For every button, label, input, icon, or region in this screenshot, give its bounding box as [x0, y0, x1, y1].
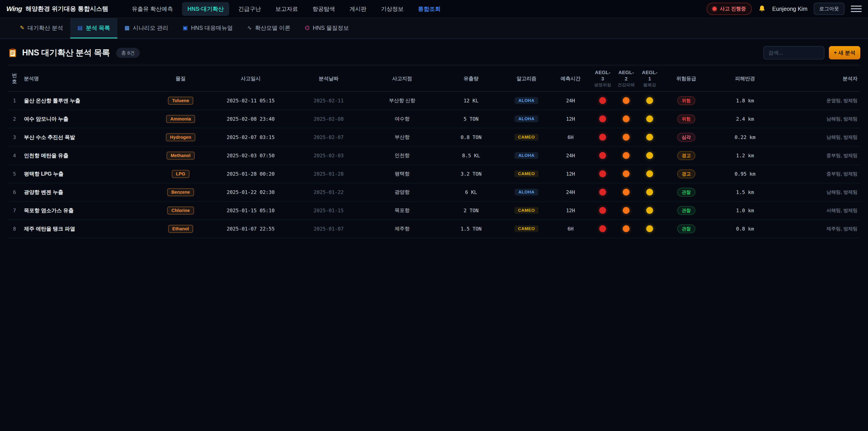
tab-hns-response-manual[interactable]: ▣ HNS 대응매뉴얼 — [176, 18, 240, 38]
column-header-radius: 피해반경 — [711, 65, 779, 92]
aegl-2-dot-orange — [623, 207, 629, 214]
column-header-datetime: 사고일시 — [209, 65, 292, 92]
risk-grade-badge: 심각 — [677, 133, 695, 142]
algorithm-cell: CAMEO — [503, 165, 550, 183]
scenario-icon: ▦ — [125, 25, 130, 31]
aegl-2-cell — [614, 220, 638, 238]
algorithm-badge: ALOHA — [515, 97, 538, 104]
spill-amount: 2 TON — [439, 202, 503, 220]
aegl-1-dot-yellow — [646, 189, 653, 195]
forecast-duration: 6H — [550, 128, 591, 147]
page-title: HNS 대기확산 분석 목록 — [22, 47, 110, 58]
aegl-1-cell — [638, 110, 661, 128]
notification-bell-icon[interactable] — [758, 5, 766, 13]
algorithm-cell: ALOHA — [503, 110, 550, 128]
column-header-aegl1: AEGL-1불쾌감 — [638, 65, 661, 92]
new-analysis-button[interactable]: + 새 분석 — [829, 46, 860, 59]
forecast-duration: 12H — [550, 165, 591, 183]
table-row[interactable]: 8제주 에탄올 탱크 파열Ethanol2025-01-07 22:552025… — [8, 220, 860, 238]
aegl-1-cell — [638, 202, 661, 220]
risk-grade-badge: 경고 — [677, 170, 695, 178]
aegl-1-dot-yellow — [646, 207, 653, 214]
tab-diffusion-analysis[interactable]: ✎ 대기확산 분석 — [13, 18, 70, 38]
tab-scenario-management[interactable]: ▦ 시나리오 관리 — [117, 18, 176, 38]
analysis-date: 2025-01-28 — [292, 165, 365, 183]
aegl-1-dot-yellow — [646, 116, 653, 122]
tab-label: 분석 목록 — [86, 24, 110, 32]
nav-item-emergency-rescue[interactable]: 긴급구난 — [233, 2, 266, 16]
column-header-aegl2: AEGL-2건강피해 — [614, 65, 638, 92]
aegl-3-dot-red — [599, 171, 606, 177]
aegl-3-dot-red — [599, 134, 606, 141]
nav-item-integrated-search[interactable]: 통합조회 — [412, 2, 446, 16]
table-row[interactable]: 2여수 암모니아 누출Ammonia2025-02-08 23:402025-0… — [8, 110, 860, 128]
nav-item-hns-atmospheric[interactable]: HNS·대기확산 — [182, 2, 229, 16]
header-actions: + 새 분석 — [763, 46, 860, 59]
column-header-aegl3: AEGL-3생명위험 — [591, 65, 614, 92]
algorithm-badge: CAMEO — [515, 134, 539, 141]
table-row[interactable]: 1울산 온산항 톨루엔 누출Toluene2025-02-11 05:15202… — [8, 92, 860, 110]
logout-button[interactable]: 로그아웃 — [814, 3, 844, 15]
aegl-3-cell — [591, 128, 614, 147]
substance-cell: Benzene — [152, 183, 209, 202]
table-row[interactable]: 5평택항 LPG 누출LPG2025-01-28 00:202025-01-28… — [8, 165, 860, 183]
incident-badge-label: 사고 진행중 — [720, 5, 746, 12]
incident-datetime: 2025-01-15 05:10 — [209, 202, 292, 220]
list-icon: ▤ — [78, 25, 83, 31]
total-count-badge: 총 8건 — [116, 48, 140, 58]
table-row[interactable]: 3부산 수소 추진선 폭발Hydrogen2025-02-07 03:15202… — [8, 128, 860, 147]
analyst: 중부팀, 방제팀 — [779, 165, 860, 183]
damage-radius: 1.2 km — [711, 147, 779, 165]
column-header-location: 사고지점 — [365, 65, 439, 92]
table-row[interactable]: 6광양항 벤젠 누출Benzene2025-01-22 02:302025-01… — [8, 183, 860, 202]
algorithm-badge: ALOHA — [515, 116, 538, 122]
analysis-table: 번호분석명물질사고일시분석날짜사고지점유출량알고리즘예측시간AEGL-3생명위험… — [8, 65, 860, 238]
alert-dot-icon — [712, 7, 717, 11]
analysis-name: 울산 온산항 톨루엔 누출 — [21, 92, 152, 110]
aegl-1-cell — [638, 183, 661, 202]
tab-hns-substance-info[interactable]: ⌬ HNS 물질정보 — [298, 18, 356, 38]
analysis-date: 2025-02-11 — [292, 92, 365, 110]
aegl-2-cell — [614, 110, 638, 128]
row-number: 6 — [8, 183, 21, 202]
row-number: 4 — [8, 147, 21, 165]
nav-item-weather[interactable]: 기상정보 — [375, 2, 409, 16]
forecast-duration: 24H — [550, 147, 591, 165]
aegl-2-dot-orange — [623, 134, 629, 141]
search-input[interactable] — [763, 46, 825, 59]
incident-in-progress-badge[interactable]: 사고 진행중 — [707, 3, 752, 15]
analysis-date: 2025-01-22 — [292, 183, 365, 202]
analyst: 제주팀, 방제팀 — [779, 220, 860, 238]
risk-grade-cell: 위험 — [661, 110, 711, 128]
forecast-duration: 6H — [550, 220, 591, 238]
aegl-1-dot-yellow — [646, 152, 653, 159]
tab-analysis-list[interactable]: ▤ 분석 목록 — [70, 18, 117, 38]
forecast-duration: 24H — [550, 183, 591, 202]
tab-bar: ✎ 대기확산 분석 ▤ 분석 목록 ▦ 시나리오 관리 ▣ HNS 대응매뉴얼 … — [0, 18, 868, 39]
incident-datetime: 2025-02-07 03:15 — [209, 128, 292, 147]
analysis-name: 부산 수소 추진선 폭발 — [21, 128, 152, 147]
aegl-3-cell — [591, 165, 614, 183]
hamburger-menu-icon[interactable] — [851, 4, 862, 13]
tab-diffusion-model-theory[interactable]: ∿ 확산모델 이론 — [240, 18, 298, 38]
aegl-2-dot-orange — [623, 189, 629, 195]
aegl-2-cell — [614, 183, 638, 202]
nav-item-reports[interactable]: 보고자료 — [270, 2, 303, 16]
algorithm-badge: ALOHA — [515, 189, 538, 195]
algorithm-badge: ALOHA — [515, 152, 538, 159]
damage-radius: 0.95 km — [711, 165, 779, 183]
nav-item-oil-spill-prediction[interactable]: 유출유 확산예측 — [126, 2, 178, 16]
table-row[interactable]: 4인천항 메탄올 유출Methanol2025-02-03 07:502025-… — [8, 147, 860, 165]
nav-item-board[interactable]: 게시판 — [344, 2, 372, 16]
table-row[interactable]: 7목포항 염소가스 유출Chlorine2025-01-15 05:102025… — [8, 202, 860, 220]
tab-label: HNS 물질정보 — [313, 24, 349, 32]
damage-radius: 2.4 km — [711, 110, 779, 128]
pencil-icon: ✎ — [20, 25, 24, 31]
aegl-3-cell — [591, 183, 614, 202]
user-name[interactable]: Eunjeong Kim — [772, 6, 807, 12]
substance-badge: Toluene — [168, 97, 193, 105]
column-header-grade: 위험등급 — [661, 65, 711, 92]
aegl-3-dot-red — [599, 189, 606, 195]
nav-item-aerial-search[interactable]: 항공탐색 — [307, 2, 340, 16]
incident-location: 목포항 — [365, 202, 439, 220]
